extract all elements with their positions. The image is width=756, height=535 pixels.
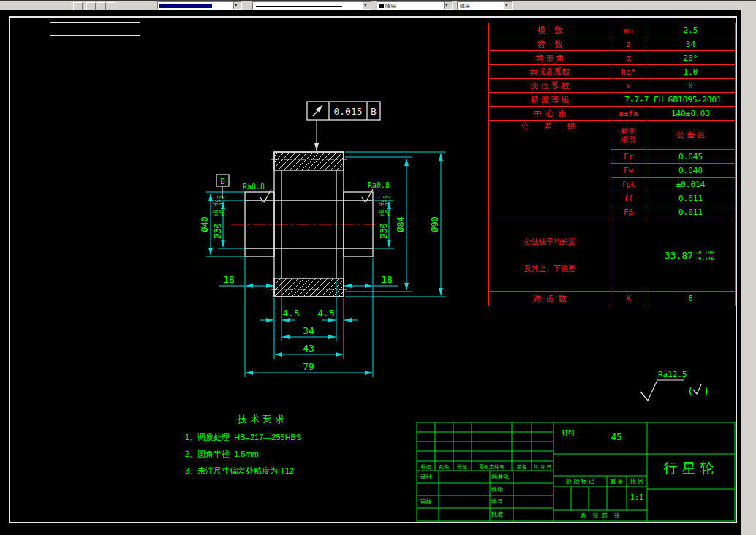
scale-value: 1:1 [627, 493, 647, 502]
scale-header: 比 例 [627, 478, 647, 485]
gdt-value: 0.015 [333, 106, 362, 117]
dim-d90: Ø90 [430, 216, 440, 232]
color-combo[interactable]: 随层 [377, 1, 453, 10]
dim-d30-left-tol-up: +0.021 [213, 195, 219, 216]
gdt-datum-ref: B [371, 106, 377, 117]
linetype-combo[interactable] [252, 1, 371, 10]
param-row-tolerance-group-header: 公 差 组 检测项目 公 差 值 [489, 121, 736, 150]
weight-header: 重 量 [607, 478, 627, 485]
param-row-teeth: 齿 数 z 34 [489, 37, 736, 51]
dim-18-left: 18 [223, 274, 235, 285]
roughness-left-label: Ra0.8 [243, 183, 265, 191]
color-combo-dropdown-icon[interactable] [444, 2, 452, 9]
roughness-right-label: Ra0.8 [368, 181, 390, 189]
tech-req-item-1: 1、调质处理 HB=217—255HBS [185, 432, 301, 443]
roughness-icon-general [640, 380, 684, 401]
gear-parameter-table: 模 数 mn 2.5 齿 数 z 34 齿 形 角 α 20° 齿顶高系数 ha… [488, 23, 736, 306]
drawing-canvas[interactable]: 18 18 4.5 4.5 34 43 79 Ø40 Ø30 +0.021 +0… [0, 10, 741, 535]
material-value: 45 [611, 432, 621, 442]
param-row-span-teeth: 跨 齿 数 K 6 [489, 292, 736, 306]
dim-4p5-right: 4.5 [317, 308, 334, 319]
param-row-addendum-coeff: 齿顶高系数 ha* 1.0 [489, 65, 736, 79]
dim-d30-right: Ø30 [379, 223, 389, 239]
technical-requirements: 技术要求 1、调质处理 HB=217—255HBS 2、圆角半径 1.5mm 3… [185, 413, 301, 477]
dim-4p5-left: 4.5 [282, 308, 299, 319]
layer-combo-selection [159, 4, 212, 8]
sign-check-label: 审核 [420, 498, 432, 506]
layer-combo-dropdown-icon[interactable] [233, 2, 241, 9]
roughness-paren-open: ( [687, 385, 693, 397]
roughness-icon-others [693, 384, 701, 394]
roughness-paren-close: ) [703, 385, 709, 397]
param-row-base-tangent: 公法线平均长度 及其上、下偏差 33.87-0.108-0.146 [489, 219, 736, 292]
color-swatch-icon [379, 4, 384, 8]
material-label: 材料 [562, 429, 575, 437]
color-combo-value: 随层 [385, 3, 396, 8]
dim-d84: Ø84 [396, 216, 406, 232]
dim-d30-right-tol-dn: +0.002 [385, 195, 392, 216]
dim-d40: Ø40 [200, 216, 210, 232]
part-name: 行星轮 [647, 460, 735, 477]
cad-application-window: 随层 随层 [0, 0, 756, 535]
layer-combo[interactable] [157, 1, 242, 10]
param-row-center-distance: 中 心 距 a±fa 140±0.03 [489, 107, 736, 121]
lineweight-combo-dropdown-icon[interactable] [504, 2, 512, 9]
cad-toolbar: 随层 随层 [0, 0, 756, 10]
dim-34: 34 [303, 325, 314, 336]
param-row-pressure-angle: 齿 形 角 α 20° [489, 51, 736, 65]
revision-header-row: 标记 处数 分区 更改文件号 签名 年 月 日 [417, 463, 553, 471]
datum-label: B [220, 177, 225, 186]
sign-student-no-label: 学号 [491, 498, 503, 506]
stage-mark-header: 阶 段 标 记 [553, 478, 607, 485]
datum-flag: B [216, 175, 229, 199]
circular-runout-icon [313, 105, 322, 116]
lineweight-combo[interactable]: 随层 [457, 1, 513, 10]
sign-standardization-label: 标准化 [491, 474, 509, 481]
sign-design-label: 设计 [420, 474, 432, 481]
param-row-shift-coeff: 变 位 系 数 x 0 [489, 79, 736, 93]
tech-req-item-3: 3、未注尺寸偏差处精度为IT12 [185, 466, 301, 477]
lineweight-combo-value: 随层 [460, 3, 470, 8]
vertical-scrollbar[interactable] [741, 10, 756, 535]
tech-req-title: 技术要求 [238, 413, 301, 426]
tech-req-item-2: 2、圆角半径 1.5mm [185, 449, 301, 460]
dim-79: 79 [303, 361, 314, 372]
linetype-preview [256, 6, 342, 7]
dim-18-right: 18 [381, 274, 393, 285]
dim-d30-right-tol-up: +0.021 [379, 195, 385, 216]
sign-class-label: 班级 [491, 486, 503, 493]
roughness-general-label: Ra12.5 [658, 370, 687, 379]
dim-d30-left: Ø30 [213, 223, 223, 239]
param-row-module: 模 数 mn 2.5 [489, 23, 736, 37]
sheet-count: 共 张 第 张 [553, 512, 647, 520]
param-row-accuracy: 精 度 等 级 7-7-7 FH GB1095-2001 [489, 93, 736, 107]
sign-approve-label: 批准 [491, 511, 503, 518]
gdt-frame: 0.015 B [307, 102, 380, 151]
dim-43: 43 [303, 343, 314, 354]
linetype-combo-dropdown-icon[interactable] [363, 2, 371, 9]
